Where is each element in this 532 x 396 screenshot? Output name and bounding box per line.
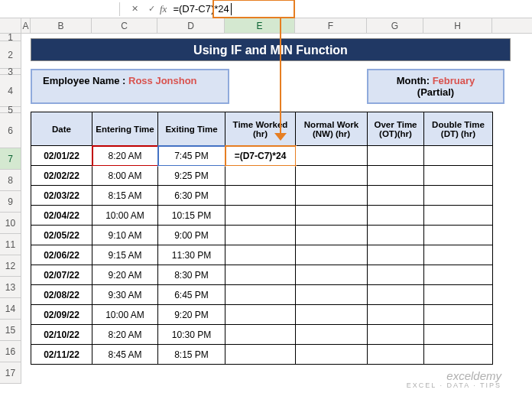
cell[interactable]: 02/07/22 xyxy=(31,265,92,285)
cell[interactable] xyxy=(225,226,296,245)
table-row[interactable]: 02/01/22 8:20 AM 7:45 PM =(D7-C7)*24 xyxy=(31,146,493,166)
cell-enter[interactable]: 8:20 AM xyxy=(92,146,158,166)
cell[interactable] xyxy=(368,325,424,345)
row-14[interactable]: 14 xyxy=(0,298,21,320)
cell[interactable]: 02/04/22 xyxy=(31,206,92,226)
fx-icon[interactable]: fx xyxy=(160,3,167,15)
cell[interactable]: 02/08/22 xyxy=(31,285,92,305)
cell[interactable] xyxy=(368,245,424,265)
cell[interactable]: 8:00 AM xyxy=(92,166,158,186)
col-e[interactable]: E xyxy=(225,18,295,33)
cell[interactable] xyxy=(368,285,424,305)
col-c[interactable]: C xyxy=(92,18,157,33)
cell[interactable]: 8:45 AM xyxy=(92,345,158,365)
cell[interactable]: 9:30 AM xyxy=(92,285,158,305)
cell[interactable] xyxy=(368,146,424,166)
cell[interactable] xyxy=(368,186,424,206)
select-all-corner[interactable] xyxy=(0,18,21,33)
cell[interactable] xyxy=(296,186,368,206)
table-row[interactable]: 02/10/228:20 AM10:30 PM xyxy=(31,325,493,345)
col-d[interactable]: D xyxy=(157,18,225,33)
col-a[interactable]: A xyxy=(21,18,31,33)
cell[interactable] xyxy=(225,345,296,365)
cell[interactable]: 02/02/22 xyxy=(31,166,92,186)
cell[interactable] xyxy=(296,226,368,245)
cell[interactable] xyxy=(225,285,296,305)
cell[interactable]: 02/06/22 xyxy=(31,245,92,265)
cell[interactable]: 8:15 AM xyxy=(92,186,158,206)
cell[interactable] xyxy=(368,305,424,325)
cell[interactable]: 10:00 AM xyxy=(92,305,158,325)
cell[interactable] xyxy=(368,226,424,245)
cell[interactable] xyxy=(296,305,368,325)
cell[interactable] xyxy=(225,265,296,285)
cell[interactable]: 9:00 PM xyxy=(158,226,225,245)
row-6[interactable]: 6 xyxy=(0,113,21,148)
cell[interactable] xyxy=(225,305,296,325)
cell[interactable] xyxy=(424,285,493,305)
cell[interactable]: 10:30 PM xyxy=(158,325,225,345)
table-row[interactable]: 02/08/229:30 AM6:45 PM xyxy=(31,285,493,305)
cell[interactable]: 9:20 PM xyxy=(158,305,225,325)
cell[interactable]: 9:20 AM xyxy=(92,265,158,285)
row-12[interactable]: 12 xyxy=(0,255,21,277)
cell[interactable]: 6:30 PM xyxy=(158,186,225,206)
formula-input[interactable]: =(D7-C7)*24 xyxy=(173,3,229,15)
row-11[interactable]: 11 xyxy=(0,234,21,255)
cell[interactable] xyxy=(225,166,296,186)
cell-worked-editing[interactable]: =(D7-C7)*24 xyxy=(225,146,296,166)
row-13[interactable]: 13 xyxy=(0,277,21,298)
cell[interactable] xyxy=(296,285,368,305)
cell[interactable]: 9:15 AM xyxy=(92,245,158,265)
row-2[interactable]: 2 xyxy=(0,41,21,69)
cell[interactable] xyxy=(296,245,368,265)
col-h[interactable]: H xyxy=(423,18,492,33)
cell[interactable] xyxy=(296,166,368,186)
cell[interactable] xyxy=(424,226,493,245)
cell[interactable]: 02/03/22 xyxy=(31,186,92,206)
table-row[interactable]: 02/06/229:15 AM11:30 PM xyxy=(31,245,493,265)
row-15[interactable]: 15 xyxy=(0,320,21,341)
cell[interactable] xyxy=(424,166,493,186)
cell[interactable]: 6:45 PM xyxy=(158,285,225,305)
col-g[interactable]: G xyxy=(367,18,423,33)
cell[interactable] xyxy=(424,345,493,365)
table-row[interactable]: 02/11/228:45 AM8:15 PM xyxy=(31,345,493,365)
cell[interactable] xyxy=(296,345,368,365)
formula-bar[interactable]: ✕ ✓ fx =(D7-C7)*24 xyxy=(0,0,532,18)
confirm-icon[interactable]: ✓ xyxy=(146,4,157,15)
cell[interactable] xyxy=(424,265,493,285)
cell[interactable] xyxy=(296,146,368,166)
row-3[interactable]: 3 xyxy=(0,69,21,75)
cell-date[interactable]: 02/01/22 xyxy=(31,146,92,166)
cell[interactable]: 9:25 PM xyxy=(158,166,225,186)
row-1[interactable]: 1 xyxy=(0,34,21,41)
cell[interactable] xyxy=(424,325,493,345)
table-row[interactable]: 02/09/2210:00 AM9:20 PM xyxy=(31,305,493,325)
cell[interactable]: 8:30 PM xyxy=(158,265,225,285)
cell[interactable]: 02/05/22 xyxy=(31,226,92,245)
row-5[interactable]: 5 xyxy=(0,107,21,113)
cell[interactable] xyxy=(424,186,493,206)
row-17[interactable]: 17 xyxy=(0,362,21,384)
cell[interactable]: 02/10/22 xyxy=(31,325,92,345)
cell[interactable]: 8:20 AM xyxy=(92,325,158,345)
row-8[interactable]: 8 xyxy=(0,170,21,191)
cell[interactable] xyxy=(368,345,424,365)
cell[interactable] xyxy=(225,245,296,265)
cell[interactable]: 11:30 PM xyxy=(158,245,225,265)
table-row[interactable]: 02/04/2210:00 AM10:15 PM xyxy=(31,206,493,226)
cell[interactable] xyxy=(424,245,493,265)
cell[interactable]: 10:00 AM xyxy=(92,206,158,226)
cell[interactable] xyxy=(424,146,493,166)
cell[interactable] xyxy=(225,325,296,345)
col-b[interactable]: B xyxy=(31,18,92,33)
cell[interactable] xyxy=(296,325,368,345)
cell[interactable]: 10:15 PM xyxy=(158,206,225,226)
col-f[interactable]: F xyxy=(295,18,367,33)
row-4[interactable]: 4 xyxy=(0,75,21,107)
table-row[interactable]: 02/02/228:00 AM9:25 PM xyxy=(31,166,493,186)
row-9[interactable]: 9 xyxy=(0,191,21,213)
row-10[interactable]: 10 xyxy=(0,213,21,234)
cell-exit[interactable]: 7:45 PM xyxy=(158,146,225,166)
